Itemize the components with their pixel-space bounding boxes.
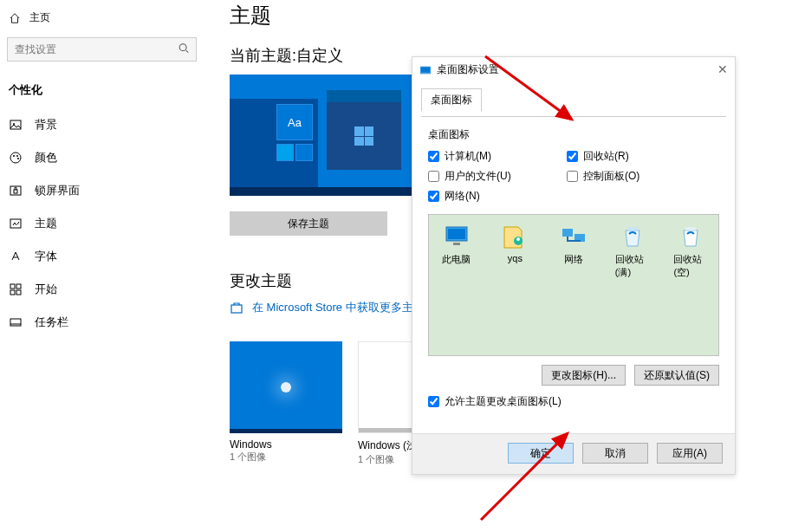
icon-label: 此电脑 (442, 253, 471, 266)
desktop-icon-dialog: 桌面图标设置 ✕ 桌面图标 桌面图标 计算机(M)回收站(R)用户的文件(U)控… (412, 56, 736, 475)
colors-icon (9, 151, 23, 165)
group-label: 桌面图标 (428, 127, 719, 142)
sidebar-item-label: 锁屏界面 (35, 183, 80, 198)
change-icon-button[interactable]: 更改图标(H)... (542, 365, 626, 386)
svg-point-5 (16, 155, 18, 157)
page-title: 主题 (230, 0, 788, 42)
svg-rect-12 (10, 290, 15, 295)
cancel-button[interactable]: 取消 (582, 443, 648, 464)
sidebar-item-lockscreen[interactable]: 锁屏界面 (0, 174, 204, 207)
checkbox-label: 控制面板(O) (583, 169, 639, 184)
checkbox-label: 用户的文件(U) (445, 169, 511, 184)
store-icon (230, 301, 243, 315)
icon-preview-item[interactable]: yqs (498, 222, 533, 263)
checkbox-item[interactable]: 用户的文件(U) (428, 169, 567, 184)
icon-preview-item[interactable]: 网络 (556, 222, 591, 266)
bine-icon (677, 222, 704, 250)
ok-button[interactable]: 确定 (508, 443, 574, 464)
svg-point-6 (17, 158, 19, 159)
store-link-text: 在 Microsoft Store 中获取更多主题 (252, 300, 425, 315)
net-icon (560, 222, 588, 250)
sidebar-item-colors[interactable]: 颜色 (0, 141, 204, 174)
sidebar-item-label: 任务栏 (35, 315, 68, 330)
svg-rect-11 (16, 284, 21, 289)
svg-rect-1 (10, 120, 21, 129)
background-icon (9, 118, 23, 132)
svg-rect-21 (453, 243, 460, 245)
sidebar-item-label: 背景 (35, 117, 57, 133)
checkbox-item[interactable]: 网络(N) (428, 189, 567, 204)
dialog-icon (419, 64, 432, 76)
svg-point-23 (516, 237, 520, 241)
checkbox-item[interactable]: 回收站(R) (567, 149, 705, 164)
sidebar-item-background[interactable]: 背景 (0, 108, 204, 141)
sidebar-home[interactable]: 主页 (0, 7, 204, 34)
sidebar: 主页 个性化 背景颜色锁屏界面主题字体开始任务栏 (0, 0, 204, 532)
svg-rect-14 (10, 319, 21, 326)
icon-preview-item[interactable]: 此电脑 (439, 222, 474, 266)
dialog-close-button[interactable]: ✕ (717, 62, 728, 76)
pc-icon (443, 222, 471, 250)
sidebar-item-fonts[interactable]: 字体 (0, 240, 204, 273)
allow-themes-checkbox[interactable]: 允许主题更改桌面图标(L) (428, 394, 719, 409)
fonts-icon (9, 250, 23, 263)
sidebar-item-themes[interactable]: 主题 (0, 207, 204, 240)
checkbox-item[interactable]: 控制面板(O) (567, 169, 705, 184)
user-icon (501, 222, 529, 250)
icon-label: yqs (508, 253, 523, 263)
theme-preview[interactable]: Aa (230, 75, 412, 196)
windows-logo-icon (354, 127, 373, 146)
binf-icon (619, 222, 646, 250)
sidebar-item-taskbar[interactable]: 任务栏 (0, 306, 204, 339)
sidebar-home-label: 主页 (29, 10, 50, 25)
svg-point-4 (13, 155, 15, 157)
home-icon (9, 12, 21, 24)
dialog-tab[interactable]: 桌面图标 (421, 88, 482, 112)
svg-rect-16 (231, 305, 242, 313)
start-icon (9, 282, 23, 296)
dialog-tabbar: 桌面图标 (421, 82, 726, 117)
sidebar-section-title: 个性化 (0, 77, 204, 108)
search-icon (178, 42, 190, 57)
themes-icon (9, 217, 23, 230)
svg-rect-10 (10, 284, 15, 289)
svg-point-3 (10, 152, 21, 163)
icon-preview-item[interactable]: 回收站(空) (673, 222, 708, 279)
svg-point-0 (179, 44, 186, 51)
lockscreen-icon (9, 184, 23, 198)
svg-rect-13 (16, 290, 21, 295)
icon-preview-item[interactable]: 回收站(满) (615, 222, 650, 279)
svg-rect-20 (448, 229, 465, 239)
taskbar-icon (9, 315, 23, 329)
svg-rect-8 (14, 190, 17, 193)
icon-preview-panel: 此电脑yqs网络回收站(满)回收站(空) (428, 214, 719, 356)
checkbox-label: 计算机(M) (445, 149, 491, 164)
search-input[interactable] (7, 37, 197, 62)
restore-default-button[interactable]: 还原默认值(S) (634, 365, 719, 386)
checkbox-label: 回收站(R) (583, 149, 629, 164)
apply-button[interactable]: 应用(A) (657, 443, 723, 464)
checkbox-item[interactable]: 计算机(M) (428, 149, 567, 164)
theme-card[interactable]: Windows1 个图像 (230, 341, 342, 466)
search-box (7, 37, 197, 62)
dialog-titlebar: 桌面图标设置 ✕ (412, 57, 735, 82)
allow-themes-label: 允许主题更改桌面图标(L) (445, 394, 562, 409)
sidebar-item-label: 颜色 (35, 150, 57, 165)
svg-rect-18 (421, 67, 431, 72)
icon-label: 回收站(满) (615, 253, 650, 279)
dialog-title-text: 桌面图标设置 (437, 62, 499, 77)
checkbox-label: 网络(N) (445, 189, 480, 204)
save-theme-button[interactable]: 保存主题 (230, 211, 387, 236)
theme-label: Windows (230, 438, 342, 451)
theme-count: 1 个图像 (230, 451, 342, 464)
sidebar-item-start[interactable]: 开始 (0, 273, 204, 306)
sidebar-item-label: 字体 (35, 249, 57, 264)
icon-label: 回收站(空) (673, 253, 708, 279)
sample-text: Aa (288, 116, 302, 129)
sidebar-item-label: 开始 (35, 282, 57, 297)
icon-label: 网络 (564, 253, 583, 266)
svg-rect-24 (562, 229, 573, 237)
sidebar-item-label: 主题 (35, 216, 57, 231)
